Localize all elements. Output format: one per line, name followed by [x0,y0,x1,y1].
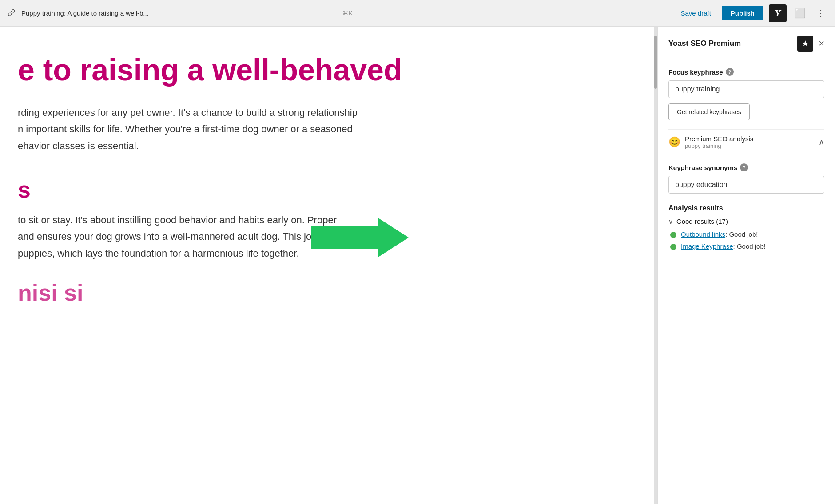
chevron-up-icon: ∧ [819,137,824,147]
shortcut-hint: ⌘K [342,10,352,16]
result-dot-green-2 [670,244,676,250]
scrollbar[interactable] [654,27,657,504]
focus-keyphrase-help-icon[interactable]: ? [726,68,734,76]
sidebar-title: Yoast SEO Premium [668,39,741,48]
more-options-button[interactable]: ⋮ [814,5,828,21]
sidebar: Yoast SEO Premium ★ × Focus keyphrase ? … [657,27,835,504]
editor-paragraph-1: rding experiences for any pet owner. It'… [18,104,431,121]
image-keyphrase-link[interactable]: Image Keyphrase [681,242,733,250]
image-keyphrase-suffix: : Good job! [733,242,766,250]
yoast-y-icon: Y [775,8,780,18]
star-button[interactable]: ★ [797,36,813,52]
synonyms-section: Keyphrase synonyms ? [668,163,824,202]
article-heading: e to raising a well-behaved [18,53,654,87]
close-icon: × [819,38,824,49]
keyphrase-synonyms-label: Keyphrase synonyms ? [668,163,824,171]
keyphrase-synonyms-input[interactable] [668,176,824,194]
outbound-links-suffix: : Good job! [725,230,758,238]
green-arrow-icon [311,218,409,258]
analysis-results-section: Analysis results ∨ Good results (17) Out… [668,204,824,250]
focus-keyphrase-input[interactable] [668,80,824,98]
more-icon: ⋮ [816,8,825,19]
scroll-thumb[interactable] [654,36,657,89]
close-sidebar-button[interactable]: × [817,36,826,51]
document-title: Puppy training: A guide to raising a wel… [21,9,334,17]
green-arrow-container [311,218,409,259]
result-item-image: Image Keyphrase: Good job! [668,242,824,250]
result-text-image: Image Keyphrase: Good job! [681,242,766,250]
main-layout: e to raising a well-behaved rding experi… [0,27,835,504]
sidebar-header: Yoast SEO Premium ★ × [658,27,835,59]
good-results-label: Good results (17) [676,218,728,225]
focus-keyphrase-label: Focus keyphrase ? [668,68,824,76]
smiley-icon: 😊 [668,136,680,148]
editor-area: e to raising a well-behaved rding experi… [0,27,654,504]
synonyms-help-icon[interactable]: ? [740,163,748,171]
save-draft-button[interactable]: Save draft [675,7,716,20]
editor-icon: 🖊 [7,8,16,18]
topbar: 🖊 Puppy training: A guide to raising a w… [0,0,835,27]
svg-marker-0 [311,218,409,258]
result-text-outbound: Outbound links: Good job! [681,230,758,238]
result-dot-green [670,232,676,238]
layout-button[interactable]: ⬜ [792,5,808,21]
result-item-outbound: Outbound links: Good job! [668,230,824,238]
good-results-row[interactable]: ∨ Good results (17) [668,218,824,225]
outbound-links-link[interactable]: Outbound links [681,230,725,238]
chevron-down-icon: ∨ [668,218,673,225]
analysis-results-title: Analysis results [668,204,824,212]
seo-analysis-text-block: Premium SEO analysis puppy training [685,135,753,149]
editor-paragraph-2: n important skills for life. Whether you… [18,121,431,137]
star-icon: ★ [802,39,809,48]
seo-analysis-label: Premium SEO analysis [685,135,753,143]
editor-subheading: s [18,176,654,203]
seo-analysis-row[interactable]: 😊 Premium SEO analysis puppy training ∧ [668,129,824,155]
publish-button[interactable]: Publish [722,6,763,20]
sidebar-content: Focus keyphrase ? Get related keyphrases… [658,59,835,263]
layout-icon: ⬜ [795,8,806,19]
editor-body: rding experiences for any pet owner. It'… [18,104,431,154]
related-keyphrases-button[interactable]: Get related keyphrases [668,103,750,120]
sidebar-header-actions: ★ × [797,36,826,52]
yoast-toggle-button[interactable]: Y [769,4,787,22]
editor-partial-heading: nisi si [18,279,654,306]
editor-paragraph-3: ehavior classes is essential. [18,138,431,154]
seo-analysis-left: 😊 Premium SEO analysis puppy training [668,135,753,149]
seo-analysis-sub: puppy training [685,143,753,149]
